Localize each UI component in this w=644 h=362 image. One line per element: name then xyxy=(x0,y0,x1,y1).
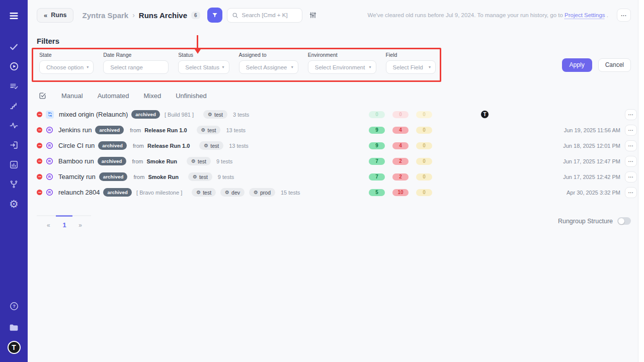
filter-select[interactable]: Select Environment▾ xyxy=(308,60,376,74)
tag-gear-icon: ⚙ xyxy=(191,159,196,164)
run-more-button[interactable]: ... xyxy=(625,187,637,198)
notice-text: We've cleared old runs before Jul 9, 202… xyxy=(368,12,563,18)
archived-minus-icon xyxy=(37,174,42,179)
apply-button[interactable]: Apply xyxy=(562,58,592,72)
run-more-button[interactable]: ... xyxy=(625,125,637,136)
filter-field-state: StateChoose option▾ xyxy=(39,52,94,74)
tag-label: dev xyxy=(231,190,240,196)
sidebar-item-list-check[interactable] xyxy=(5,77,24,95)
run-row[interactable]: RCircle CI runarchivedfromRelease Run 1.… xyxy=(28,138,644,153)
menu-icon xyxy=(9,11,19,21)
run-name[interactable]: Bamboo run xyxy=(58,157,94,165)
sidebar-item-chart[interactable] xyxy=(5,156,24,173)
breadcrumb-project[interactable]: Zyntra Spark xyxy=(82,11,128,20)
run-row[interactable]: RBamboo runarchivedfromSmoke Run⚙test9 t… xyxy=(28,153,644,169)
search-box[interactable] xyxy=(227,8,302,23)
failed-count-pill: 4 xyxy=(392,127,409,134)
cancel-button[interactable]: Cancel xyxy=(598,58,631,72)
run-type-automated: R xyxy=(46,173,53,180)
bottom-row: « 1 » Rungroup Structure xyxy=(28,215,644,229)
run-name[interactable]: Circle CI run xyxy=(58,142,95,149)
passed-count-pill: 9 xyxy=(369,142,385,149)
run-more-button[interactable]: ... xyxy=(625,156,637,167)
filters-annotation-box: StateChoose option▾Date RangeSelect rang… xyxy=(32,48,441,82)
run-more-button[interactable]: ... xyxy=(625,171,637,183)
pagination-page-1[interactable]: 1 xyxy=(62,221,66,229)
archived-minus-icon xyxy=(37,190,42,195)
run-name[interactable]: relaunch 2804 xyxy=(58,189,100,196)
scrollbar-track[interactable] xyxy=(638,0,644,362)
environment-tag-test: ⚙test xyxy=(188,172,212,181)
sidebar-menu-button[interactable] xyxy=(5,7,24,24)
breadcrumb-page: Runs Archive xyxy=(139,11,187,20)
filter-button[interactable] xyxy=(207,8,222,23)
user-avatar[interactable]: T xyxy=(8,341,21,354)
tab-automated[interactable]: Automated xyxy=(98,92,129,100)
run-row[interactable]: RJenkins runarchivedfromRelease Run 1.0⚙… xyxy=(28,122,644,138)
filter-select[interactable]: Select Field▾ xyxy=(386,60,436,74)
filter-placeholder: Select range xyxy=(110,64,143,70)
topbar-more-button[interactable]: ... xyxy=(617,9,631,22)
filter-placeholder: Select Environment xyxy=(315,64,365,70)
sidebar-item-activity[interactable] xyxy=(5,117,24,134)
play-circle-icon xyxy=(9,61,19,71)
run-tags: ⚙test xyxy=(188,172,212,181)
run-more-button[interactable]: ... xyxy=(625,140,637,151)
assignee-avatar[interactable]: T xyxy=(480,110,489,119)
search-input[interactable] xyxy=(242,12,297,18)
tag-label: test xyxy=(214,112,223,118)
run-result-counts: 720 xyxy=(369,173,435,180)
tabs-list: ManualAutomatedMixedUnfinished xyxy=(61,92,207,100)
run-meta: [ Bravo milestone ] xyxy=(136,190,182,196)
archived-minus-icon xyxy=(37,127,42,133)
select-all-checkbox-icon[interactable] xyxy=(38,92,47,100)
run-name[interactable]: Jenkins run xyxy=(58,126,92,134)
filter-select[interactable]: Choose option▾ xyxy=(39,60,94,74)
automated-run-icon: R xyxy=(46,189,53,196)
sidebar-item-branch[interactable] xyxy=(5,175,24,193)
run-name[interactable]: Teamcity run xyxy=(58,173,96,180)
sidebar-item-folder[interactable] xyxy=(5,319,24,336)
topbar: « Runs Zyntra Spark › Runs Archive 6 xyxy=(28,0,644,30)
tab-mixed[interactable]: Mixed xyxy=(144,92,162,100)
back-to-runs-button[interactable]: « Runs xyxy=(37,8,73,23)
run-result-counts: 5100 xyxy=(369,189,435,196)
pending-count-pill: 0 xyxy=(416,111,432,118)
pagination-prev-button[interactable]: « xyxy=(47,222,50,229)
chevron-down-icon: ▾ xyxy=(291,65,293,69)
runs-count-badge: 6 xyxy=(191,12,200,19)
run-more-button[interactable]: ... xyxy=(625,109,637,120)
run-name[interactable]: mixed origin (Relaunch) xyxy=(59,111,128,118)
gear-icon: ⚙ xyxy=(9,199,19,209)
sidebar-item-import[interactable] xyxy=(5,136,24,153)
chevron-down-icon: ▾ xyxy=(222,65,224,69)
adjustments-icon[interactable] xyxy=(309,11,317,19)
sidebar-item-check[interactable] xyxy=(5,38,24,55)
project-settings-link[interactable]: Project Settings xyxy=(565,12,605,18)
run-row[interactable]: mixed origin (Relaunch)archived[ Build 9… xyxy=(28,107,644,122)
search-icon xyxy=(232,12,238,19)
pagination-active-indicator xyxy=(56,215,72,217)
filter-field-status: StatusSelect Status▾ xyxy=(178,52,229,74)
sidebar-item-gear[interactable]: ⚙ xyxy=(5,195,24,212)
run-row[interactable]: RTeamcity runarchivedfromSmoke Run⚙test9… xyxy=(28,169,644,185)
automated-run-icon: R xyxy=(46,173,53,180)
rungroup-structure-toggle[interactable] xyxy=(617,217,631,225)
tab-unfinished[interactable]: Unfinished xyxy=(176,92,206,100)
run-row-main: RCircle CI runarchivedfromRelease Run 1.… xyxy=(37,141,369,150)
sidebar-item-steps[interactable] xyxy=(5,97,24,114)
tab-manual[interactable]: Manual xyxy=(61,92,83,100)
filter-select[interactable]: Select Assignee▾ xyxy=(239,60,298,74)
filter-select[interactable]: Select Status▾ xyxy=(178,60,229,74)
pagination-next-button[interactable]: » xyxy=(78,222,82,229)
chevron-down-icon: ▾ xyxy=(429,65,431,69)
tag-gear-icon: ⚙ xyxy=(196,190,201,195)
filter-input[interactable]: Select range xyxy=(103,60,169,74)
run-row[interactable]: Rrelaunch 2804archived[ Bravo milestone … xyxy=(28,185,644,200)
sidebar-item-help[interactable]: ? xyxy=(5,298,24,315)
run-tags: ⚙test xyxy=(203,110,227,119)
environment-tag-test: ⚙test xyxy=(187,157,211,165)
archived-badge: archived xyxy=(98,141,127,150)
activity-icon xyxy=(9,121,19,130)
sidebar-item-play-circle[interactable] xyxy=(5,58,24,75)
